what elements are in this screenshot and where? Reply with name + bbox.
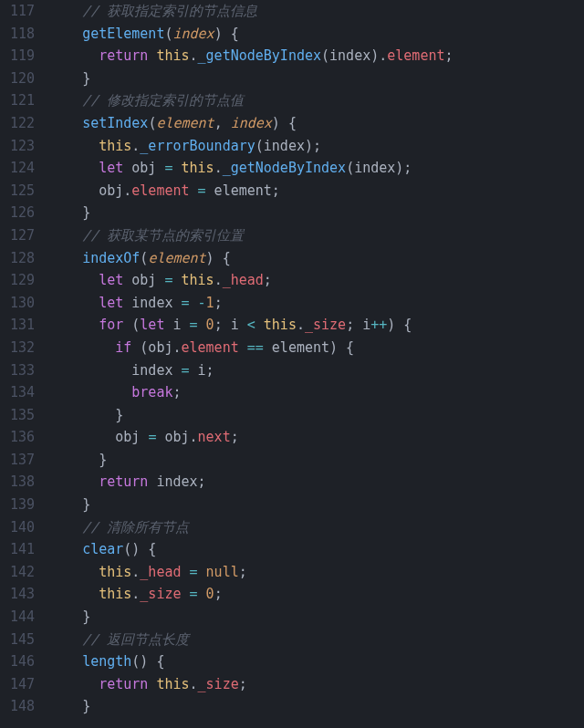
- token-keyword: if: [115, 339, 131, 356]
- code-line[interactable]: obj = obj.next;: [49, 426, 454, 449]
- code-line[interactable]: this._head = null;: [49, 561, 454, 584]
- token-plain: [49, 160, 99, 176]
- code-area[interactable]: // 获取指定索引的节点信息 getElement(index) { retur…: [46, 0, 454, 728]
- code-line[interactable]: clear() {: [49, 538, 454, 561]
- token-punct: }: [82, 70, 90, 87]
- token-punct: ;: [239, 564, 247, 580]
- token-plain: [49, 47, 99, 64]
- code-line[interactable]: indexOf(element) {: [49, 247, 454, 270]
- code-line[interactable]: break;: [49, 381, 454, 404]
- line-number: 132: [7, 337, 35, 359]
- code-line[interactable]: }: [49, 606, 454, 629]
- code-line[interactable]: // 修改指定索引的节点值: [49, 89, 454, 112]
- code-line[interactable]: setIndex(element, index) {: [49, 112, 454, 135]
- token-plain: [49, 586, 99, 602]
- line-number: 141: [7, 538, 35, 561]
- token-let: let: [140, 317, 164, 333]
- token-punct: .: [214, 160, 223, 176]
- token-plain: [49, 295, 99, 311]
- token-method: clear: [82, 541, 123, 557]
- line-number: 137: [7, 449, 35, 472]
- token-plain: obj: [49, 429, 148, 445]
- line-number: 120: [7, 68, 35, 90]
- token-plain: [49, 676, 99, 692]
- token-plain: i;: [190, 362, 214, 379]
- token-op: -: [198, 295, 206, 311]
- token-punct: ;: [231, 429, 239, 445]
- code-line[interactable]: }: [49, 695, 454, 718]
- token-op: =: [190, 586, 198, 602]
- line-number: 147: [7, 673, 35, 696]
- token-plain: [182, 564, 190, 580]
- token-this: this: [182, 272, 214, 288]
- token-plain: obj: [123, 160, 164, 176]
- token-plain: [198, 317, 206, 333]
- code-line[interactable]: // 清除所有节点: [49, 516, 454, 539]
- code-line[interactable]: }: [49, 404, 454, 427]
- line-number: 118: [7, 23, 35, 46]
- token-plain: obj.: [49, 182, 131, 199]
- code-editor[interactable]: 1171181191201211221231241251261271281291…: [0, 0, 584, 728]
- code-line[interactable]: // 获取某节点的索引位置: [49, 224, 454, 247]
- line-number: 121: [7, 89, 35, 112]
- token-plain: [49, 698, 82, 714]
- token-number: 0: [206, 317, 214, 333]
- line-number: 146: [7, 650, 35, 673]
- code-line[interactable]: index = i;: [49, 359, 454, 382]
- token-prop: element: [131, 182, 189, 199]
- token-prop: _size: [198, 676, 239, 692]
- token-plain: [49, 317, 99, 333]
- code-line[interactable]: }: [49, 202, 454, 224]
- code-line[interactable]: length() {: [49, 650, 454, 673]
- code-line[interactable]: for (let i = 0; i < this._size; i++) {: [49, 314, 454, 337]
- code-line[interactable]: obj.element = element;: [49, 180, 454, 203]
- token-this: this: [99, 564, 131, 580]
- code-line[interactable]: }: [49, 68, 454, 90]
- code-line[interactable]: getElement(index) {: [49, 23, 454, 46]
- token-break: break: [131, 384, 172, 400]
- line-number: 136: [7, 426, 35, 449]
- code-line[interactable]: return this._size;: [49, 673, 454, 696]
- token-plain: element) {: [264, 339, 354, 356]
- code-line[interactable]: let obj = this._getNodeByIndex(index);: [49, 157, 454, 180]
- line-number: 140: [7, 516, 35, 539]
- token-op: ++: [370, 317, 387, 333]
- token-plain: obj: [123, 272, 164, 288]
- token-plain: [49, 272, 99, 288]
- code-line[interactable]: }: [49, 494, 454, 516]
- token-param: index: [172, 26, 214, 42]
- line-number: 142: [7, 561, 35, 584]
- token-plain: index: [123, 295, 181, 311]
- code-line[interactable]: let index = -1;: [49, 292, 454, 315]
- token-punct: ;: [239, 676, 247, 692]
- token-plain: [190, 295, 198, 311]
- code-line[interactable]: // 获取指定索引的节点信息: [49, 0, 454, 23]
- line-number: 123: [7, 135, 35, 158]
- token-punct: }: [82, 698, 90, 714]
- code-line[interactable]: }: [49, 449, 454, 472]
- token-punct: }: [82, 496, 90, 513]
- code-line[interactable]: // 返回节点长度: [49, 629, 454, 651]
- token-let: let: [99, 160, 123, 176]
- token-punct: (index);: [256, 138, 321, 154]
- code-line[interactable]: return index;: [49, 471, 454, 494]
- token-plain: [49, 204, 82, 221]
- token-plain: ; i: [214, 317, 247, 333]
- token-this: this: [182, 160, 214, 176]
- code-line[interactable]: this._errorBoundary(index);: [49, 135, 454, 158]
- token-let: let: [99, 272, 123, 288]
- token-prop: _head: [223, 272, 264, 288]
- token-keyword: return: [99, 676, 148, 692]
- line-number: 145: [7, 629, 35, 651]
- code-line[interactable]: if (obj.element == element) {: [49, 337, 454, 359]
- token-plain: [49, 608, 82, 625]
- token-plain: [49, 92, 82, 109]
- token-this: this: [99, 586, 131, 602]
- token-plain: [49, 496, 82, 513]
- code-line[interactable]: this._size = 0;: [49, 583, 454, 606]
- token-punct: () {: [123, 541, 156, 557]
- code-line[interactable]: return this._getNodeByIndex(index).eleme…: [49, 45, 454, 68]
- code-line[interactable]: let obj = this._head;: [49, 269, 454, 292]
- token-plain: [49, 26, 82, 42]
- token-comment: // 返回节点长度: [82, 631, 189, 648]
